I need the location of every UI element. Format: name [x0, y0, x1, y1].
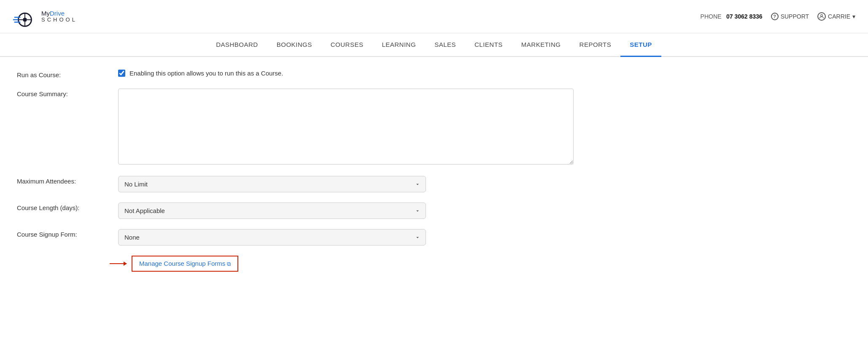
nav-reports[interactable]: REPORTS	[570, 33, 621, 57]
dropdown-arrow-icon: ▾	[852, 13, 855, 20]
course-signup-form-row: Course Signup Form: None	[17, 229, 574, 246]
run-as-course-checkbox[interactable]	[118, 70, 125, 77]
logo-area: MyDrive SCHOOL	[13, 4, 77, 29]
logo-icon	[13, 4, 37, 29]
course-length-label: Course Length (days):	[17, 202, 110, 211]
external-link-icon: ⧉	[227, 261, 231, 267]
arrow-indicator	[110, 263, 127, 264]
course-signup-form-label: Course Signup Form:	[17, 229, 110, 238]
nav-marketing[interactable]: MARKETING	[512, 33, 570, 57]
user-icon	[817, 12, 826, 21]
nav-learning[interactable]: LEARNING	[372, 33, 425, 57]
course-signup-form-control: None	[118, 229, 574, 246]
logo-text: MyDrive SCHOOL	[41, 10, 77, 23]
run-as-course-label: Run as Course:	[17, 70, 110, 78]
course-summary-row: Course Summary:	[17, 89, 574, 166]
maximum-attendees-label: Maximum Attendees:	[17, 176, 110, 185]
support-link[interactable]: ? SUPPORT	[771, 13, 809, 20]
course-length-row: Course Length (days): Not Applicable 1 2…	[17, 202, 574, 219]
course-summary-label: Course Summary:	[17, 89, 110, 97]
arrow-line	[110, 263, 127, 264]
manage-link-row: Manage Course Signup Forms ⧉	[17, 256, 574, 272]
run-as-course-control: Enabling this option allows you to run t…	[118, 70, 574, 77]
user-name: CARRIE	[828, 13, 850, 20]
run-as-course-row: Run as Course: Enabling this option allo…	[17, 70, 574, 78]
main-nav: DASHBOARD BOOKINGS COURSES LEARNING SALE…	[0, 33, 868, 57]
course-summary-textarea[interactable]	[118, 89, 574, 165]
manage-link-box: Manage Course Signup Forms ⧉	[132, 256, 238, 272]
course-length-select[interactable]: Not Applicable 1 2 3	[118, 202, 426, 219]
support-label: SUPPORT	[781, 13, 809, 20]
logo-school: SCHOOL	[41, 17, 77, 23]
maximum-attendees-select[interactable]: No Limit 1 2 5 10 15 20	[118, 176, 426, 192]
phone-label: PHONE 07 3062 8336	[701, 13, 763, 20]
course-signup-form-select[interactable]: None	[118, 229, 426, 246]
nav-bookings[interactable]: BOOKINGS	[267, 33, 321, 57]
support-icon: ?	[771, 13, 779, 20]
logo-my-drive: MyDrive	[41, 10, 77, 17]
maximum-attendees-control: No Limit 1 2 5 10 15 20	[118, 176, 574, 192]
nav-clients[interactable]: CLIENTS	[465, 33, 512, 57]
nav-courses[interactable]: COURSES	[321, 33, 373, 57]
nav-setup[interactable]: SETUP	[620, 33, 661, 57]
maximum-attendees-row: Maximum Attendees: No Limit 1 2 5 10 15 …	[17, 176, 574, 192]
manage-course-signup-forms-link[interactable]: Manage Course Signup Forms ⧉	[139, 260, 231, 267]
svg-point-9	[821, 14, 823, 16]
form-section: Run as Course: Enabling this option allo…	[17, 70, 574, 272]
main-content: Run as Course: Enabling this option allo…	[0, 57, 590, 289]
nav-sales[interactable]: SALES	[425, 33, 465, 57]
manage-link-wrapper: Manage Course Signup Forms ⧉	[110, 256, 238, 272]
user-menu[interactable]: CARRIE ▾	[817, 12, 855, 21]
phone-number: 07 3062 8336	[726, 13, 763, 20]
course-summary-control	[118, 89, 574, 166]
svg-point-1	[23, 18, 27, 22]
run-as-course-description: Enabling this option allows you to run t…	[129, 70, 283, 77]
header: MyDrive SCHOOL PHONE 07 3062 8336 ? SUPP…	[0, 0, 868, 33]
nav-dashboard[interactable]: DASHBOARD	[207, 33, 267, 57]
header-right: PHONE 07 3062 8336 ? SUPPORT CARRIE ▾	[701, 12, 855, 21]
course-length-control: Not Applicable 1 2 3	[118, 202, 574, 219]
